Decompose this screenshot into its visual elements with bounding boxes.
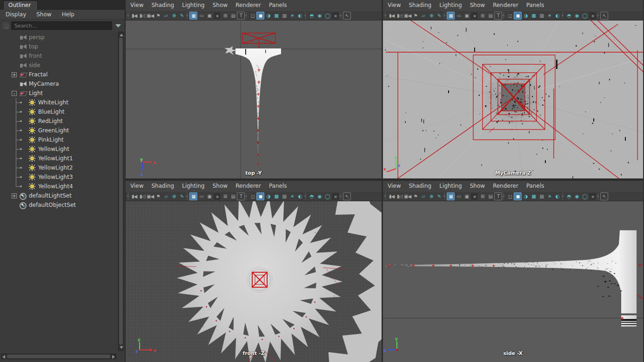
front-viewport-canvas[interactable]: y x z front -Z xyxy=(126,201,382,362)
outliner-item-defaultObjectSet[interactable]: defaultObjectSet xyxy=(0,200,117,210)
isolate-select-icon[interactable]: ↖ xyxy=(343,12,351,20)
safe-action-icon[interactable]: ▤ xyxy=(486,192,494,200)
shadows-icon[interactable]: ◐ xyxy=(296,12,304,20)
smooth-shade-icon[interactable]: ◼ xyxy=(256,192,264,200)
gate-mask-icon[interactable]: ▪ xyxy=(213,12,221,20)
isolate-select-icon[interactable]: ↖ xyxy=(600,12,608,20)
outliner-item-BlueLight[interactable]: BlueLight xyxy=(0,107,117,116)
menu-panels[interactable]: Panels xyxy=(269,2,287,8)
anti-aliasing-icon[interactable]: ◯ xyxy=(323,192,331,200)
outliner-item-RedLight[interactable]: RedLight xyxy=(0,116,117,126)
outliner-item-PinkLight[interactable]: PinkLight xyxy=(0,135,117,144)
vertical-scroll-thumb[interactable] xyxy=(119,38,123,345)
outliner-item-YellowLight4[interactable]: YellowLight4 xyxy=(0,182,117,191)
outliner-item-Light[interactable]: -Light xyxy=(0,89,117,98)
resolution-gate-icon[interactable]: ▣ xyxy=(205,192,213,200)
outliner-item-front[interactable]: front xyxy=(0,51,117,61)
textured-icon[interactable]: ◑ xyxy=(522,12,530,20)
motion-blur-icon[interactable]: ◉ xyxy=(573,12,581,20)
field-chart-icon[interactable]: ⊞ xyxy=(221,12,229,20)
textured-icon[interactable]: ◑ xyxy=(522,192,530,200)
lock-camera-icon[interactable]: ▮◁ xyxy=(138,192,146,200)
menu-renderer[interactable]: Renderer xyxy=(235,2,261,8)
menu-shading[interactable]: Shading xyxy=(151,183,174,189)
outliner-item-YellowLight3[interactable]: YellowLight3 xyxy=(0,172,117,182)
field-chart-icon[interactable]: ⊞ xyxy=(221,192,229,200)
menu-view[interactable]: View xyxy=(130,183,143,189)
occlusion-icon[interactable]: ◓ xyxy=(308,12,315,20)
safe-title-icon[interactable]: T xyxy=(494,192,502,200)
render-override-icon[interactable]: ▪ xyxy=(589,12,597,20)
menu-view[interactable]: View xyxy=(130,2,143,8)
safe-title-icon[interactable]: T xyxy=(494,12,502,20)
pan-zoom-icon[interactable]: ⊕ xyxy=(427,12,435,20)
scroll-down-icon[interactable] xyxy=(120,346,123,349)
expander-icon[interactable]: + xyxy=(12,193,17,198)
grid-icon[interactable]: ▦ xyxy=(447,192,455,200)
outliner-item-side[interactable]: side xyxy=(0,61,117,70)
wireframe-on-shaded-icon[interactable]: ▩ xyxy=(272,192,280,200)
menu-view[interactable]: View xyxy=(388,183,401,189)
occlusion-icon[interactable]: ◓ xyxy=(565,12,573,20)
image-plane-icon[interactable]: ▱ xyxy=(162,192,170,200)
wireframe-on-shaded-icon[interactable]: ▩ xyxy=(272,12,280,20)
safe-title-icon[interactable]: T xyxy=(237,192,245,200)
wireframe-icon[interactable]: ◻ xyxy=(506,192,514,200)
anti-aliasing-icon[interactable]: ◯ xyxy=(323,12,331,20)
outliner-item-YellowLight1[interactable]: YellowLight1 xyxy=(0,154,117,163)
smooth-shade-icon[interactable]: ◼ xyxy=(256,12,264,20)
vertical-scrollbar[interactable] xyxy=(118,32,124,351)
film-gate-icon[interactable]: ▭ xyxy=(455,12,463,20)
tab-outliner[interactable]: Outliner xyxy=(3,0,38,10)
film-gate-icon[interactable]: ▭ xyxy=(197,192,205,200)
use-default-material-icon[interactable]: ▨ xyxy=(280,12,288,20)
menu-show[interactable]: Show xyxy=(470,183,485,189)
select-camera-icon[interactable]: ▮◀ xyxy=(130,12,138,20)
bookmark-icon[interactable]: ⚑ xyxy=(154,12,162,20)
use-default-material-icon[interactable]: ▨ xyxy=(537,12,545,20)
occlusion-icon[interactable]: ◓ xyxy=(565,192,573,200)
resolution-gate-icon[interactable]: ▣ xyxy=(463,12,470,20)
shadows-icon[interactable]: ◐ xyxy=(296,192,304,200)
menu-panels[interactable]: Panels xyxy=(526,2,544,8)
isolate-select-icon[interactable]: ↖ xyxy=(600,192,608,200)
lock-camera-icon[interactable]: ▮◁ xyxy=(396,12,403,20)
menu-shading[interactable]: Shading xyxy=(409,2,431,8)
pan-zoom-icon[interactable]: ⊕ xyxy=(170,12,178,20)
motion-blur-icon[interactable]: ◉ xyxy=(315,192,323,200)
menu-shading[interactable]: Shading xyxy=(409,183,431,189)
occlusion-icon[interactable]: ◓ xyxy=(308,192,315,200)
menu-show[interactable]: Show xyxy=(213,183,228,189)
film-gate-icon[interactable]: ▭ xyxy=(455,192,463,200)
menu-lighting[interactable]: Lighting xyxy=(439,2,462,8)
menu-renderer[interactable]: Renderer xyxy=(493,2,518,8)
pencil-context-icon[interactable]: ✎ xyxy=(178,12,186,20)
menu-shading[interactable]: Shading xyxy=(151,2,174,8)
outliner-item-YellowLight[interactable]: YellowLight xyxy=(0,144,117,154)
lock-camera-icon[interactable]: ▮◁ xyxy=(138,12,146,20)
render-override-icon[interactable]: ▪ xyxy=(331,192,339,200)
use-default-material-icon[interactable]: ▨ xyxy=(280,192,288,200)
menu-show[interactable]: Show xyxy=(470,2,485,8)
isolate-select-icon[interactable]: ↖ xyxy=(343,192,351,200)
menu-lighting[interactable]: Lighting xyxy=(439,183,462,189)
search-dropdown-icon[interactable] xyxy=(115,24,121,27)
lights-icon[interactable]: ☀ xyxy=(288,192,296,200)
wireframe-on-shaded-icon[interactable]: ▩ xyxy=(530,12,537,20)
expander-icon[interactable]: + xyxy=(12,72,17,77)
menu-show[interactable]: Show xyxy=(36,11,51,18)
menu-show[interactable]: Show xyxy=(213,2,228,8)
smooth-shade-icon[interactable]: ◼ xyxy=(514,12,522,20)
pencil-context-icon[interactable]: ✎ xyxy=(435,12,443,20)
menu-renderer[interactable]: Renderer xyxy=(235,183,261,189)
anti-aliasing-icon[interactable]: ◯ xyxy=(581,192,589,200)
resolution-gate-icon[interactable]: ▣ xyxy=(463,192,470,200)
camera-attributes-icon[interactable]: ▣◀ xyxy=(146,12,154,20)
menu-lighting[interactable]: Lighting xyxy=(182,2,205,8)
menu-panels[interactable]: Panels xyxy=(526,183,544,189)
lock-camera-icon[interactable]: ▮◁ xyxy=(396,192,403,200)
menu-panels[interactable]: Panels xyxy=(269,183,287,189)
bookmark-icon[interactable]: ⚑ xyxy=(411,192,419,200)
expander-icon[interactable]: - xyxy=(12,91,17,96)
select-camera-icon[interactable]: ▮◀ xyxy=(130,192,138,200)
